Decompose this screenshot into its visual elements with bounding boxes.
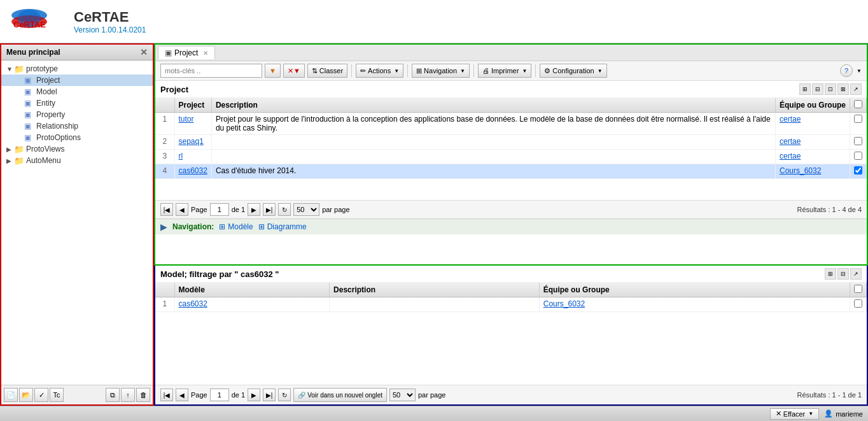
bottom-page-next-btn[interactable]: ▶ — [248, 389, 260, 401]
navigation-btn[interactable]: ⊞ Navigation ▼ — [412, 64, 470, 78]
config-btn[interactable]: ⚙ Configuration ▼ — [540, 64, 606, 78]
tree-label-protoviews: ProtoViews — [26, 145, 64, 153]
bottom-panel-icon-btn-2[interactable]: ⊟ — [837, 268, 849, 280]
filter-clear-btn[interactable]: ✕▼ — [283, 64, 305, 78]
effacer-btn[interactable]: ✕ Effacer ▼ — [770, 408, 820, 420]
sidebar-item-automenu[interactable]: ▶ 📁 AutoMenu — [1, 155, 153, 166]
bottom-row-check — [850, 297, 867, 312]
bottom-page-prev-btn[interactable]: ◀ — [176, 389, 188, 401]
page-last-btn[interactable]: ▶| — [263, 203, 276, 216]
top-table: Project Description Équipe ou Groupe 1 t… — [155, 98, 867, 179]
panel-icon-btn-3[interactable]: ⊡ — [825, 83, 836, 95]
help-btn[interactable]: ? — [840, 64, 853, 77]
sort-btn[interactable]: ⇅ Classer — [307, 64, 347, 78]
actions-btn[interactable]: ✏ Actions ▼ — [356, 64, 403, 78]
table-row: 1 tutor Projet pour le support de l'intr… — [155, 113, 867, 135]
equipe-link-certae-1[interactable]: certae — [780, 115, 801, 124]
bottom-per-page-select[interactable]: 50 25 100 — [389, 389, 416, 401]
sidebar-item-protooptions[interactable]: ▣ ProtoOptions — [1, 132, 153, 143]
modele-link-cas6032[interactable]: cas6032 — [179, 299, 207, 308]
per-page-select[interactable]: 50 25 100 — [293, 203, 319, 216]
select-all-checkbox[interactable] — [854, 100, 862, 108]
nav-arrow-icon: ▶ — [160, 222, 167, 232]
sidebar-tc-btn[interactable]: Tc — [50, 388, 64, 402]
tree-toggle-protoviews[interactable]: ▶ — [6, 146, 14, 153]
row-checkbox-4[interactable] — [854, 166, 862, 175]
sidebar-item-project[interactable]: ▣ Project — [1, 75, 153, 86]
row-checkbox-2[interactable] — [854, 137, 862, 145]
bottom-select-all-checkbox[interactable] — [854, 285, 862, 293]
bottom-pagination: |◀ ◀ Page de 1 ▶ ▶| ↻ 🔗 Voir dans un nou… — [155, 385, 867, 404]
tree-toggle-automenu[interactable]: ▶ — [6, 157, 14, 164]
tree-label-project: Project — [36, 76, 60, 85]
filter-btn[interactable]: ▼ — [265, 64, 281, 78]
equipe-link-cours6032[interactable]: Cours_6032 — [780, 166, 821, 175]
sidebar-copy-btn[interactable]: ⧉ — [106, 388, 120, 402]
bottom-page-first-btn[interactable]: |◀ — [160, 389, 173, 401]
search-input[interactable] — [160, 64, 262, 78]
sidebar-delete-btn[interactable]: 🗑 — [136, 388, 150, 402]
table-row: 2 sepaq1 certae — [155, 135, 867, 150]
nav-item-modele[interactable]: ⊞ Modèle — [219, 222, 253, 231]
equipe-link-certae-3[interactable]: certae — [780, 152, 801, 161]
tree-toggle-prototype[interactable]: ▼ — [6, 66, 14, 73]
separator-4 — [535, 64, 536, 77]
page-first-btn[interactable]: |◀ — [160, 203, 173, 216]
row-equipe: certae — [776, 135, 850, 150]
nav-item-diagramme[interactable]: ⊞ Diagramme — [258, 222, 307, 231]
row-checkbox-1[interactable] — [854, 115, 862, 123]
print-btn[interactable]: 🖨 Imprimer ▼ — [478, 64, 531, 78]
row-equipe: certae — [776, 113, 850, 135]
bottom-panel: Model; filtrage par " cas6032 " ⊞ ⊟ ↗ Mo… — [154, 266, 868, 406]
panel-icon-btn-1[interactable]: ⊞ — [799, 83, 811, 95]
row-num: 2 — [155, 135, 174, 150]
page-refresh-btn[interactable]: ↻ — [278, 203, 291, 216]
panel-icon-btn-5[interactable]: ↗ — [850, 83, 862, 95]
project-link-rl[interactable]: rl — [179, 152, 183, 161]
sidebar-new-btn[interactable]: 📄 — [4, 388, 18, 402]
bottom-page-last-btn[interactable]: ▶| — [263, 389, 276, 401]
bottom-row-checkbox-1[interactable] — [854, 299, 862, 308]
project-tab[interactable]: ▣ Project ✕ — [158, 46, 215, 59]
top-panel: ▣ Project ✕ ▼ ✕▼ ⇅ Classer — [154, 43, 868, 266]
bottom-equipe-link-cours6032[interactable]: Cours_6032 — [543, 299, 585, 308]
row-checkbox-3[interactable] — [854, 152, 862, 160]
bottom-page-refresh-btn[interactable]: ↻ — [278, 389, 291, 401]
sidebar-export-btn[interactable]: ↑ — [121, 388, 135, 402]
page-prev-btn[interactable]: ◀ — [176, 203, 188, 216]
page-next-btn[interactable]: ▶ — [248, 203, 260, 216]
nav-diagramme-icon: ⊞ — [258, 222, 265, 231]
bottom-panel-icon-btn-3[interactable]: ↗ — [850, 268, 862, 280]
panel-icon-btn-4[interactable]: ⊠ — [837, 83, 849, 95]
sidebar-open-btn[interactable]: 📂 — [19, 388, 33, 402]
project-link-tutor[interactable]: tutor — [179, 115, 194, 124]
voir-onglet-btn[interactable]: 🔗 Voir dans un nouvel onglet — [293, 388, 387, 402]
sidebar-close-btn[interactable]: ✕ — [140, 47, 148, 57]
bottom-col-header-num — [155, 283, 174, 297]
sidebar-item-prototype[interactable]: ▼ 📁 prototype — [1, 63, 153, 75]
sidebar-check-btn[interactable]: ✓ — [34, 388, 48, 402]
sidebar-item-property[interactable]: ▣ Property — [1, 109, 153, 120]
panel-icon-btn-2[interactable]: ⊟ — [812, 83, 823, 95]
equipe-link-certae-2[interactable]: certae — [780, 137, 801, 146]
tab-close-project[interactable]: ✕ — [203, 50, 208, 57]
bottom-col-header-equipe: Équipe ou Groupe — [539, 283, 850, 297]
project-link-sepaq1[interactable]: sepaq1 — [179, 137, 204, 146]
actions-icon: ✏ — [360, 67, 366, 75]
sidebar-item-protoviews[interactable]: ▶ 📁 ProtoViews — [1, 143, 153, 155]
col-header-check — [850, 98, 867, 113]
sidebar-item-relationship[interactable]: ▣ Relationship — [1, 120, 153, 132]
top-table-header: Project Description Équipe ou Groupe — [155, 98, 867, 113]
bottom-panel-icon-btn-1[interactable]: ⊞ — [825, 268, 836, 280]
filter-icon: ▼ — [269, 67, 276, 75]
bottom-panel-title-icons: ⊞ ⊟ ↗ — [825, 268, 862, 280]
page-input[interactable] — [210, 203, 229, 216]
bottom-page-input[interactable] — [210, 389, 229, 401]
app-header: CeRTAE CeRTAE Version 1.00.14.0201 — [0, 0, 868, 43]
sidebar-item-entity[interactable]: ▣ Entity — [1, 97, 153, 109]
help-icon: ? — [844, 67, 848, 75]
sidebar-item-model[interactable]: ▣ Model — [1, 86, 153, 97]
project-link-cas6032[interactable]: cas6032 — [179, 166, 207, 175]
tab-icon-project: ▣ — [165, 48, 172, 57]
sort-icon: ⇅ — [312, 67, 318, 75]
